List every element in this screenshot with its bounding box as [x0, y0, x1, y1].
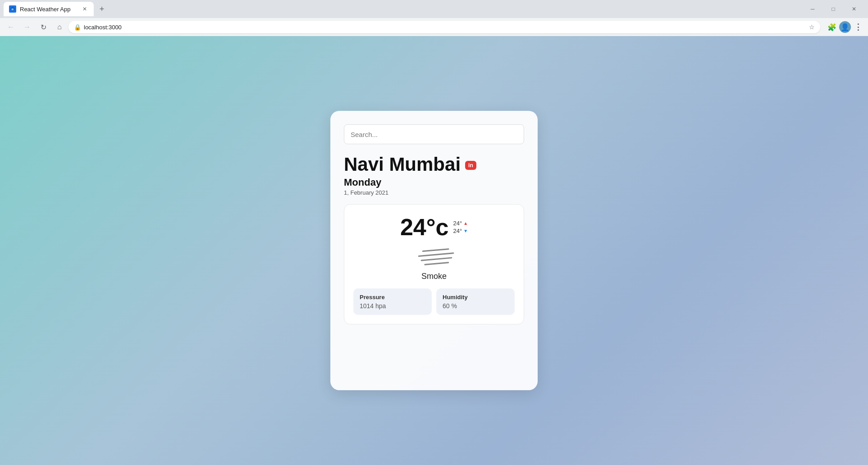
bookmark-star[interactable]: ☆ [809, 23, 815, 31]
humidity-label: Humidity [443, 294, 508, 301]
search-input[interactable] [344, 124, 524, 144]
extensions-icon[interactable]: 🧩 [826, 21, 838, 33]
pressure-value: 1014 hpa [360, 302, 425, 310]
maximize-button[interactable]: □ [823, 2, 844, 16]
app-background: Navi Mumbai in Monday 1, February 2021 2… [0, 36, 868, 465]
url-display: localhost:3000 [84, 24, 806, 31]
date-string: 1, February 2021 [344, 189, 524, 196]
pressure-card: Pressure 1014 hpa [353, 288, 432, 315]
minimize-button[interactable]: ─ [802, 2, 823, 16]
temp-high: 24° ▲ [453, 220, 468, 227]
humidity-value: 60 % [443, 302, 508, 310]
weather-detail-card: 24°c 24° ▲ 24° ▼ [344, 204, 524, 324]
address-bar[interactable]: 🔒 localhost:3000 ☆ [69, 21, 820, 33]
smoke-line-3 [420, 257, 452, 261]
weather-condition: Smoke [353, 272, 515, 281]
tab-close-button[interactable]: ✕ [81, 5, 88, 13]
tab-title: React Weather App [20, 6, 78, 13]
stats-row: Pressure 1014 hpa Humidity 60 % [353, 288, 515, 315]
smoke-icon [414, 250, 454, 264]
svg-text:R: R [12, 8, 14, 11]
country-badge: in [465, 161, 476, 170]
humidity-card: Humidity 60 % [436, 288, 515, 315]
day-name: Monday [344, 177, 524, 188]
arrow-down-icon: ▼ [463, 228, 468, 233]
menu-button[interactable]: ⋮ [852, 21, 864, 33]
smoke-line-2 [418, 252, 454, 257]
forward-button[interactable]: → [20, 20, 34, 34]
temp-minmax: 24° ▲ 24° ▼ [453, 220, 468, 234]
tab-favicon: R [9, 5, 16, 13]
pressure-label: Pressure [360, 294, 425, 301]
profile-icon[interactable]: 👤 [839, 21, 851, 33]
reload-button[interactable]: ↻ [36, 20, 50, 34]
temp-low: 24° ▼ [453, 228, 468, 234]
browser-tab[interactable]: R React Weather App ✕ [4, 2, 94, 16]
arrow-up-icon: ▲ [463, 221, 468, 226]
city-name: Navi Mumbai [344, 155, 461, 174]
close-button[interactable]: ✕ [844, 2, 864, 16]
weather-icon-area [353, 250, 515, 264]
temperature-row: 24°c 24° ▲ 24° ▼ [353, 214, 515, 241]
city-row: Navi Mumbai in [344, 155, 524, 174]
main-temperature: 24°c [400, 214, 449, 241]
new-tab-button[interactable]: + [96, 3, 108, 15]
smoke-line-1 [422, 248, 449, 252]
home-button[interactable]: ⌂ [52, 20, 67, 34]
weather-card: Navi Mumbai in Monday 1, February 2021 2… [330, 111, 538, 390]
smoke-line-4 [424, 262, 449, 265]
back-button[interactable]: ← [4, 20, 18, 34]
